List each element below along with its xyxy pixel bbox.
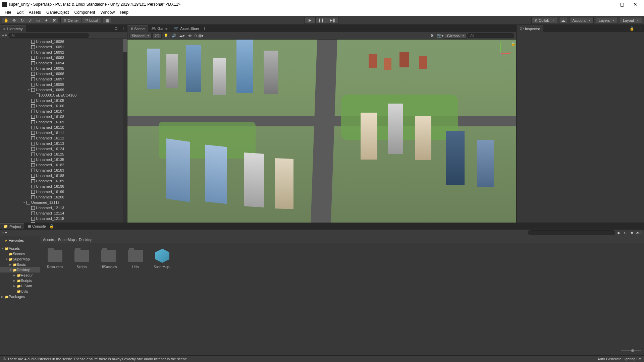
scale-tool-button[interactable]: ⤢ (26, 17, 34, 24)
asset-item[interactable]: SuperMap.. (152, 248, 172, 269)
snap-toggle-button[interactable]: ▦ (103, 17, 111, 24)
crumb-supermap[interactable]: SuperMap (58, 238, 75, 242)
hierarchy-item[interactable]: ▶Unnamed_16097 (0, 76, 127, 82)
audio-toggle-icon[interactable]: 🔊 (170, 33, 178, 39)
grid-toggle-icon[interactable]: ▦▾ (197, 33, 205, 39)
project-tree-item[interactable]: ▶📁Basic (0, 262, 40, 267)
asset-item[interactable]: Resources (45, 248, 65, 269)
scene-search-input[interactable] (467, 33, 514, 38)
hierarchy-scrollbar[interactable] (123, 39, 127, 223)
menu-assets[interactable]: Assets (26, 9, 44, 15)
menu-help[interactable]: Help (117, 9, 131, 15)
search-by-type-icon[interactable]: ◆ (615, 231, 622, 235)
tab-project[interactable]: 📁Project (0, 223, 24, 229)
hierarchy-maximize-icon[interactable]: ⊡ (112, 26, 119, 31)
hierarchy-item[interactable]: ▶000001CEBECC4160 (0, 93, 127, 98)
project-tree-item[interactable]: ▶📁Packages (0, 294, 40, 299)
lock-icon[interactable]: 🔒 (511, 42, 514, 45)
layers-dropdown[interactable]: Layers (596, 17, 618, 24)
tab-game[interactable]: 🎮Game (148, 25, 171, 32)
project-create-dropdown[interactable]: + ▾ (2, 231, 7, 235)
inspector-lock-icon[interactable]: 🔓 (628, 26, 636, 31)
pause-button[interactable]: ❚❚ (316, 17, 327, 24)
menu-window[interactable]: Window (98, 9, 117, 15)
hand-tool-button[interactable]: ✋ (2, 17, 10, 24)
hierarchy-item[interactable]: ▶Unnamed_16182 (0, 162, 127, 168)
tab-scene[interactable]: #Scene (127, 25, 148, 32)
project-tree-item[interactable]: ▶📁UISam (0, 283, 40, 289)
hierarchy-item[interactable]: ▶Unnamed_16135 (0, 157, 127, 162)
project-options-icon[interactable]: ⋮ (54, 224, 58, 229)
rect-tool-button[interactable]: ▭ (34, 17, 42, 24)
project-lock-icon[interactable]: 🔓 (49, 224, 54, 229)
hierarchy-item[interactable]: ▶Unnamed_16091 (0, 44, 127, 50)
hierarchy-item[interactable]: ▶Unnamed_12114 (0, 210, 127, 216)
crumb-assets[interactable]: Assets (43, 238, 54, 242)
layout-dropdown[interactable]: Layout (620, 17, 642, 24)
hierarchy-item[interactable]: ▶Unnamed_16124 (0, 146, 127, 152)
hierarchy-tab[interactable]: ≡Hierarchy (0, 25, 26, 32)
hierarchy-list[interactable]: ▶Unnamed_16086▶Unnamed_16091▶Unnamed_160… (0, 39, 127, 223)
asset-item[interactable]: Scripts (72, 248, 92, 269)
pivot-center-toggle[interactable]: ⊕Center (60, 17, 82, 23)
play-button[interactable]: ▶ (304, 17, 316, 24)
hierarchy-item[interactable]: ▶Unnamed_16095 (0, 66, 127, 71)
hierarchy-search-input[interactable] (8, 33, 89, 38)
close-button[interactable]: ✕ (629, 2, 642, 7)
orientation-gizmo[interactable]: y x 🔒 (491, 44, 511, 64)
hierarchy-item[interactable]: ▶Unnamed_16110 (0, 125, 127, 130)
hierarchy-item[interactable]: ▶Unnamed_16086 (0, 39, 127, 44)
move-tool-button[interactable]: ✥ (10, 17, 18, 24)
project-tree-item[interactable]: ▼📁SuperMap (0, 256, 40, 262)
project-tree-item[interactable]: ▶📁Scripts (0, 278, 40, 283)
shading-mode-dropdown[interactable]: Shaded (129, 33, 152, 39)
project-search-input[interactable] (528, 230, 615, 235)
status-message[interactable]: There are 4 audio listeners in the scene… (7, 357, 188, 361)
hierarchy-item[interactable]: ▶Unnamed_16098 (0, 82, 127, 87)
hierarchy-item[interactable]: ▶Unnamed_16096 (0, 71, 127, 76)
account-dropdown[interactable]: Account (569, 17, 594, 24)
inspector-options-icon[interactable]: ⋮ (636, 26, 644, 31)
thumbnail-size-slider[interactable] (621, 350, 641, 351)
lighting-status[interactable]: Auto Generate Lighting Off (597, 357, 641, 361)
hierarchy-item[interactable]: ▶Unnamed_16113 (0, 141, 127, 146)
maximize-button[interactable]: ▢ (615, 2, 629, 7)
lighting-toggle-icon[interactable]: 💡 (162, 33, 170, 39)
cloud-button[interactable]: ☁ (559, 17, 567, 24)
transform-tool-button[interactable]: ✦ (42, 17, 50, 24)
scene-options-icon[interactable]: ⋮ (203, 26, 206, 31)
custom-tool-button[interactable]: ✖ (50, 17, 58, 24)
hierarchy-item[interactable]: ▶Unnamed_12113 (0, 205, 127, 210)
hierarchy-item[interactable]: ▼Unnamed_12112 (0, 200, 127, 205)
project-tree[interactable]: ★Favorites ▼📁Assets📁Scenes▼📁SuperMap▶📁Ba… (0, 236, 40, 353)
hierarchy-options-icon[interactable]: ⋮ (119, 26, 127, 31)
hierarchy-item[interactable]: ▶Unnamed_16108 (0, 114, 127, 119)
project-tree-item[interactable]: ▼📁Assets (0, 246, 40, 251)
save-search-icon[interactable]: ★ (629, 231, 635, 235)
hierarchy-item[interactable]: ▶Unnamed_16183 (0, 168, 127, 173)
camera-icon[interactable]: 📷▾ (437, 33, 444, 39)
hierarchy-item[interactable]: ▶Unnamed_16093 (0, 55, 127, 60)
scene-viewport[interactable]: y x 🔒 (127, 40, 516, 223)
tools-icon[interactable]: ✖ (429, 33, 436, 39)
hierarchy-item[interactable]: ▶Unnamed_16188 (0, 173, 127, 178)
menu-gameobject[interactable]: GameObject (44, 9, 71, 15)
hierarchy-item[interactable]: ▶Unnamed_16092 (0, 50, 127, 55)
hierarchy-item[interactable]: ▶Unnamed_16106 (0, 103, 127, 109)
asset-grid[interactable]: ResourcesScriptsUISamplesUtilsSuperMap.. (40, 243, 644, 348)
hierarchy-item[interactable]: ▶Unnamed_16125 (0, 152, 127, 157)
favorites-item[interactable]: ★Favorites (0, 238, 40, 243)
project-tree-item[interactable]: ▶📁Resour (0, 273, 40, 278)
tab-console[interactable]: ▤Console (24, 224, 49, 229)
asset-item[interactable]: Utils (125, 248, 146, 269)
inspector-tab[interactable]: ⓘInspector (517, 25, 543, 32)
mode-2d-toggle[interactable]: 2D (152, 33, 162, 39)
gizmos-dropdown[interactable]: Gizmos (445, 33, 467, 39)
rotate-tool-button[interactable]: ↻ (18, 17, 26, 24)
hierarchy-item[interactable]: ▶Unnamed_16107 (0, 109, 127, 114)
create-dropdown[interactable]: + ▾ (2, 33, 7, 38)
hierarchy-item[interactable]: ▶Unnamed_16112 (0, 135, 127, 141)
pivot-local-toggle[interactable]: ⟲Local (82, 17, 101, 23)
minimize-button[interactable]: — (602, 2, 615, 7)
step-button[interactable]: ▶❚ (327, 17, 338, 24)
